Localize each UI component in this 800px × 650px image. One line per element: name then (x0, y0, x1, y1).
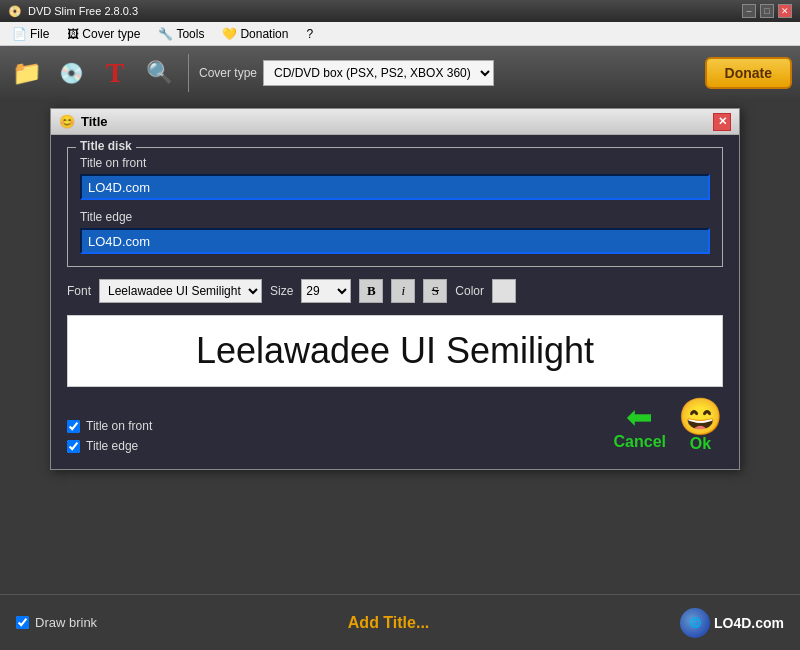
toolbar: 📁 💿 T 🔍 Cover type CD/DVD box (PSX, PS2,… (0, 46, 800, 100)
font-preview: Leelawadee UI Semilight (67, 315, 723, 387)
font-label: Font (67, 284, 91, 298)
menu-tools[interactable]: 🔧 Tools (150, 25, 212, 43)
menu-help[interactable]: ? (298, 25, 321, 43)
main-area: LO4D.com 😊 Title ✕ Title disk Title on f… (0, 100, 800, 650)
cover-type-label: Cover type (199, 66, 257, 80)
checkbox-title-front[interactable]: Title on front (67, 419, 152, 433)
title-edge-input[interactable] (80, 228, 710, 254)
checkboxes-row: Title on front Title edge ⬅ Cancel 😄 Ok (67, 399, 723, 453)
font-preview-text: Leelawadee UI Semilight (196, 330, 594, 372)
app-icon: 📀 (8, 5, 22, 18)
title-bar: 📀 DVD Slim Free 2.8.0.3 – □ ✕ (0, 0, 800, 22)
menu-file[interactable]: 📄 File (4, 25, 57, 43)
checkbox-group: Title on front Title edge (67, 419, 152, 453)
folder-icon: 📁 (12, 59, 42, 87)
text-button[interactable]: T (96, 54, 134, 92)
disk-button[interactable]: 💿 (52, 54, 90, 92)
cover-type-select[interactable]: CD/DVD box (PSX, PS2, XBOX 360) (263, 60, 494, 86)
dialog-content: Title disk Title on front Title edge Fon… (51, 135, 739, 469)
italic-button[interactable]: i (391, 279, 415, 303)
edge-label: Title edge (80, 210, 710, 224)
bottom-bar: Draw brink Add Title... 🌐 LO4D.com (0, 594, 800, 650)
dialog-title-left: 😊 Title (59, 114, 108, 129)
draw-brink-checkbox-label[interactable]: Draw brink (16, 615, 97, 630)
add-title-button[interactable]: Add Title... (348, 614, 429, 632)
draw-brink-label: Draw brink (35, 615, 97, 630)
app-title: DVD Slim Free 2.8.0.3 (28, 5, 138, 17)
separator (188, 54, 189, 92)
dialog-close-button[interactable]: ✕ (713, 113, 731, 131)
dialog-title-bar: 😊 Title ✕ (51, 109, 739, 135)
maximize-button[interactable]: □ (760, 4, 774, 18)
font-controls: Font Leelawadee UI Semilight Size 29 B i… (67, 279, 723, 303)
group-label: Title disk (76, 139, 136, 153)
search-icon: 🔍 (146, 60, 173, 86)
cover-type-section: Cover type CD/DVD box (PSX, PS2, XBOX 36… (199, 60, 699, 86)
strike-button[interactable]: S (423, 279, 447, 303)
lo4d-logo: 🌐 LO4D.com (680, 608, 784, 638)
menu-donation[interactable]: 💛 Donation (214, 25, 296, 43)
draw-brink-checkbox[interactable] (16, 616, 29, 629)
color-label: Color (455, 284, 484, 298)
disk-icon: 💿 (59, 61, 84, 85)
size-select[interactable]: 29 (301, 279, 351, 303)
title-front-input[interactable] (80, 174, 710, 200)
cancel-label: Cancel (614, 433, 666, 451)
ok-label: Ok (690, 435, 711, 453)
cancel-arrow-icon: ⬅ (626, 401, 653, 433)
bold-button[interactable]: B (359, 279, 383, 303)
title-dialog: 😊 Title ✕ Title disk Title on front Titl… (50, 108, 740, 470)
lo4d-globe-icon: 🌐 (680, 608, 710, 638)
color-swatch[interactable] (492, 279, 516, 303)
window-controls[interactable]: – □ ✕ (742, 4, 792, 18)
cover-icon: 🖼 (67, 27, 79, 41)
checkbox-title-edge[interactable]: Title edge (67, 439, 152, 453)
menu-cover-type[interactable]: 🖼 Cover type (59, 25, 148, 43)
minimize-button[interactable]: – (742, 4, 756, 18)
file-icon: 📄 (12, 27, 27, 41)
ok-emoji-icon: 😄 (678, 399, 723, 435)
dialog-title: Title (81, 114, 108, 129)
lo4d-text: LO4D.com (714, 615, 784, 631)
t-icon: T (106, 57, 125, 89)
action-buttons: ⬅ Cancel 😄 Ok (614, 399, 723, 453)
font-select[interactable]: Leelawadee UI Semilight (99, 279, 262, 303)
front-label: Title on front (80, 156, 710, 170)
donate-button[interactable]: Donate (705, 57, 792, 89)
dialog-icon: 😊 (59, 114, 75, 129)
open-folder-button[interactable]: 📁 (8, 54, 46, 92)
tools-icon: 🔧 (158, 27, 173, 41)
size-label: Size (270, 284, 293, 298)
search-button[interactable]: 🔍 (140, 54, 178, 92)
donation-icon: 💛 (222, 27, 237, 41)
close-button[interactable]: ✕ (778, 4, 792, 18)
title-edge-checkbox[interactable] (67, 440, 80, 453)
title-disk-group: Title disk Title on front Title edge (67, 147, 723, 267)
ok-button[interactable]: 😄 Ok (678, 399, 723, 453)
menu-bar: 📄 File 🖼 Cover type 🔧 Tools 💛 Donation ? (0, 22, 800, 46)
cancel-button[interactable]: ⬅ Cancel (614, 401, 666, 451)
title-front-checkbox[interactable] (67, 420, 80, 433)
